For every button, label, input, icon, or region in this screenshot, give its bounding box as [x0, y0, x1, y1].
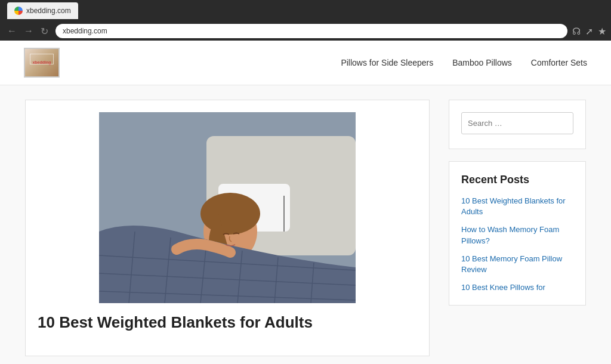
list-item: 10 Best Weighted Blankets for Adults: [461, 196, 573, 217]
share-icon[interactable]: ➚: [585, 26, 593, 37]
browser-address-bar: ← → ↻ ☊ ➚ ★: [0, 21, 611, 41]
website: xbedding Pillows for Side Sleepers Bambo…: [0, 41, 611, 364]
reload-button[interactable]: ↻: [38, 24, 51, 38]
recent-posts-widget: Recent Posts 10 Best Weighted Blankets f…: [449, 161, 586, 306]
list-item: 10 Best Knee Pillows for: [461, 282, 573, 293]
nav-bamboo[interactable]: Bamboo Pillows: [452, 58, 512, 67]
nav-pillows-side[interactable]: Pillows for Side Sleepers: [341, 58, 433, 67]
browser-tabs: xbedding.com: [7, 0, 78, 21]
main-content: 10 Best Weighted Blankets for Adults 🔍 R…: [13, 85, 598, 364]
svg-point-5: [200, 193, 260, 235]
forward-button[interactable]: →: [21, 24, 36, 38]
recent-posts-heading: Recent Posts: [461, 174, 573, 186]
google-icon[interactable]: ☊: [572, 26, 581, 37]
nav-comforter[interactable]: Comforter Sets: [531, 58, 587, 67]
site-nav: Pillows for Side Sleepers Bamboo Pillows…: [341, 58, 587, 67]
active-tab[interactable]: xbedding.com: [7, 2, 78, 19]
site-logo[interactable]: xbedding: [24, 48, 60, 78]
list-item: 10 Best Memory Foam Pillow Review: [461, 254, 573, 275]
list-item: How to Wash Memory Foam Pillows?: [461, 224, 573, 246]
recent-post-link-3[interactable]: 10 Best Memory Foam Pillow Review: [461, 254, 573, 275]
address-bar-input[interactable]: [55, 24, 567, 38]
logo-text: xbedding: [32, 60, 51, 65]
article-section: 10 Best Weighted Blankets for Adults: [25, 100, 430, 356]
tab-favicon: [14, 7, 23, 15]
tab-label: xbedding.com: [26, 7, 71, 15]
article-image-svg: [99, 112, 356, 303]
logo-image: xbedding: [24, 48, 60, 78]
recent-post-link-2[interactable]: How to Wash Memory Foam Pillows?: [461, 224, 573, 246]
browser-chrome: xbedding.com: [0, 0, 611, 21]
recent-post-link-4[interactable]: 10 Best Knee Pillows for: [461, 282, 573, 293]
nav-buttons: ← → ↻: [5, 24, 51, 38]
recent-post-link-1[interactable]: 10 Best Weighted Blankets for Adults: [461, 196, 573, 217]
article-image: [99, 112, 356, 303]
browser-actions: ☊ ➚ ★: [572, 26, 606, 37]
recent-posts-list: 10 Best Weighted Blankets for Adults How…: [461, 196, 573, 293]
search-widget: 🔍: [449, 100, 586, 149]
search-box: 🔍: [461, 112, 573, 134]
search-input[interactable]: [462, 114, 573, 132]
sidebar: 🔍 Recent Posts 10 Best Weighted Blankets…: [449, 100, 586, 356]
back-button[interactable]: ←: [5, 24, 19, 38]
site-header: xbedding Pillows for Side Sleepers Bambo…: [0, 41, 611, 85]
article-title: 10 Best Weighted Blankets for Adults: [26, 303, 429, 338]
bookmark-icon[interactable]: ★: [598, 26, 606, 37]
